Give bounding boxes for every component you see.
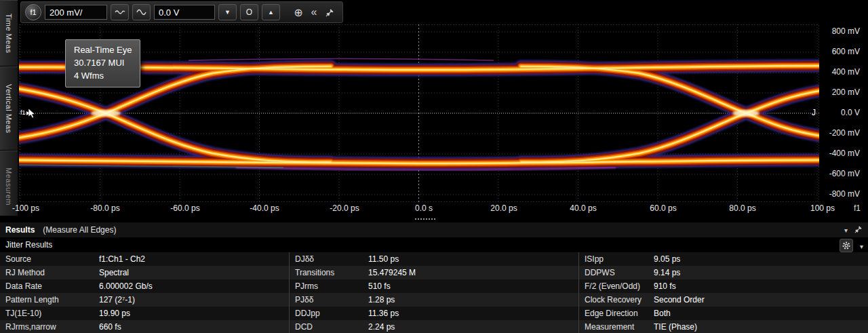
results-settings-button[interactable]	[840, 239, 853, 252]
mouse-cursor-icon	[28, 109, 37, 119]
row-label: DDJpp	[290, 309, 368, 318]
row-value: 15.479245 M	[368, 268, 416, 277]
y-axis-label: -400 mV	[818, 149, 860, 159]
realtime-eye-tooltip: Real-Time Eye 30.7167 MUI 4 Wfms	[65, 39, 140, 87]
row-value: 510 fs	[368, 281, 391, 291]
table-row: Edge Direction Both	[579, 307, 868, 320]
y-axis-label: 600 mV	[818, 47, 860, 58]
results-subtitle: (Measure All Edges)	[43, 225, 116, 235]
table-row: PJδδ 1.28 ps	[290, 293, 578, 307]
tab-vertical-meas[interactable]: Vertical Meas	[0, 66, 18, 151]
y-axis-label: 400 mV	[818, 67, 860, 78]
large-sine-icon	[136, 7, 148, 17]
y-axis-label: 0.0 V	[818, 108, 860, 119]
row-label: RJrms,narrow	[0, 322, 99, 332]
x-axis-label: -100 ps	[2, 203, 50, 213]
table-row: F/2 (Even/Odd) 910 fs	[579, 279, 868, 293]
row-label: DJδδ	[290, 254, 368, 264]
row-value: 1.28 ps	[368, 295, 395, 305]
offset-up-button[interactable]: ▲	[262, 4, 280, 20]
table-row: RJ Method Spectral	[0, 266, 289, 279]
row-value: 9.05 ps	[654, 254, 680, 264]
results-column-2: DJδδ 11.50 ps Transitions 15.479245 M PJ…	[289, 252, 578, 333]
offset-down-button[interactable]: ▼	[218, 4, 237, 20]
row-label: PJrms	[290, 281, 368, 291]
row-value: f1:Ch1 - Ch2	[99, 254, 145, 264]
pushpin-icon	[326, 8, 334, 17]
row-label: TJ(1E-10)	[0, 309, 99, 318]
tab-label: Vertical Meas	[5, 84, 13, 134]
row-label: Pattern Length	[0, 295, 99, 305]
results-column-1: Source f1:Ch1 - Ch2 RJ Method Spectral D…	[0, 252, 289, 333]
gear-icon	[842, 241, 851, 250]
x-axis-label: -40.0 ps	[241, 203, 288, 213]
table-row: Data Rate 6.000002 Gb/s	[0, 279, 289, 293]
small-sine-icon	[114, 8, 126, 16]
offset-zero-button[interactable]: O	[240, 4, 258, 20]
tooltip-mui: 30.7167 MUI	[74, 57, 132, 70]
row-value: 11.50 ps	[368, 254, 399, 264]
row-value: Both	[654, 309, 671, 318]
row-value: 19.90 ps	[99, 309, 130, 318]
y-axis-label: -800 mV	[818, 189, 860, 200]
x-axis-label: 100 ps	[799, 203, 846, 213]
scale-increase-button[interactable]	[132, 4, 151, 20]
x-axis-label: 0.0 s	[400, 203, 448, 213]
table-row: Measurement TIE (Phase)	[579, 320, 868, 333]
f1-source-badge[interactable]: f1	[25, 4, 41, 20]
jitter-results-title: Jitter Results	[5, 240, 52, 250]
scale-decrease-button[interactable]	[111, 4, 129, 20]
axis-trace-label: f1	[849, 203, 865, 213]
row-value: 9.14 ps	[654, 268, 680, 277]
row-label: ISIpp	[579, 254, 654, 264]
results-header: Results (Measure All Edges) ▾	[0, 222, 868, 237]
x-axis-label: 40.0 ps	[559, 203, 607, 213]
row-value: 660 fs	[99, 322, 121, 332]
results-header-icons: ▾	[844, 222, 863, 237]
results-pin-icon[interactable]	[854, 224, 863, 236]
row-label: Transitions	[290, 268, 368, 277]
row-label: Edge Direction	[579, 309, 654, 318]
table-row: TJ(1E-10) 19.90 ps	[0, 307, 289, 320]
results-column-3: ISIpp 9.05 ps DDPWS 9.14 ps F/2 (Even/Od…	[578, 252, 868, 333]
jitter-results-section-header: Jitter Results ▾	[0, 237, 868, 252]
table-row: Transitions 15.479245 M	[290, 266, 578, 279]
row-label: PJδδ	[290, 295, 368, 305]
y-axis-label: -600 mV	[818, 169, 860, 180]
table-row: DCD 2.24 ps	[290, 320, 578, 333]
row-value: 910 fs	[654, 281, 676, 291]
row-label: Source	[0, 254, 99, 264]
y-axis-label: 800 mV	[818, 26, 860, 37]
row-value: 2.24 ps	[368, 322, 395, 332]
results-dropdown-icon[interactable]: ▾	[844, 227, 848, 234]
pin-toolbar-icon[interactable]	[323, 5, 336, 20]
tab-time-meas[interactable]: Time Meas	[0, 0, 18, 66]
oscilloscope-screen: Time Meas Vertical Meas Measurem f1 200 …	[0, 0, 868, 333]
x-axis-label: -80.0 ps	[81, 203, 129, 213]
row-value: 11.36 ps	[368, 309, 399, 318]
row-value: Second Order	[654, 295, 705, 305]
table-row: RJrms,narrow 660 fs	[0, 320, 289, 333]
row-label: Clock Recovery	[579, 295, 654, 305]
collapse-toolbar-icon[interactable]: «	[308, 5, 320, 20]
row-label: DCD	[290, 322, 368, 332]
waveform-toolbar: f1 200 mV/ 0.0 V ▼ O ▲ ⊕ «	[20, 1, 343, 23]
add-circle-icon[interactable]: ⊕	[292, 5, 304, 20]
tab-label: Time Meas	[5, 14, 13, 54]
settings-dropdown-icon[interactable]: ▾	[860, 243, 863, 250]
splitter-grip-icon[interactable]	[415, 218, 435, 220]
results-panel: Results (Measure All Edges) ▾ Jitter Res…	[0, 222, 868, 333]
tooltip-wfms: 4 Wfms	[74, 70, 132, 83]
results-title: Results	[5, 225, 35, 235]
jitter-results-table: Source f1:Ch1 - Ch2 RJ Method Spectral D…	[0, 252, 868, 333]
vertical-scale-input[interactable]: 200 mV/	[45, 5, 107, 20]
row-label: Measurement	[579, 322, 654, 332]
offset-input[interactable]: 0.0 V	[154, 5, 215, 20]
table-row: Source f1:Ch1 - Ch2	[0, 252, 289, 266]
table-row: PJrms 510 fs	[290, 279, 578, 293]
x-axis-label: 60.0 ps	[639, 203, 687, 213]
panel-splitter[interactable]	[0, 216, 868, 222]
table-row: DDPWS 9.14 ps	[579, 266, 868, 279]
tab-label: Measurem	[5, 168, 13, 205]
x-axis-label: -20.0 ps	[321, 203, 368, 213]
